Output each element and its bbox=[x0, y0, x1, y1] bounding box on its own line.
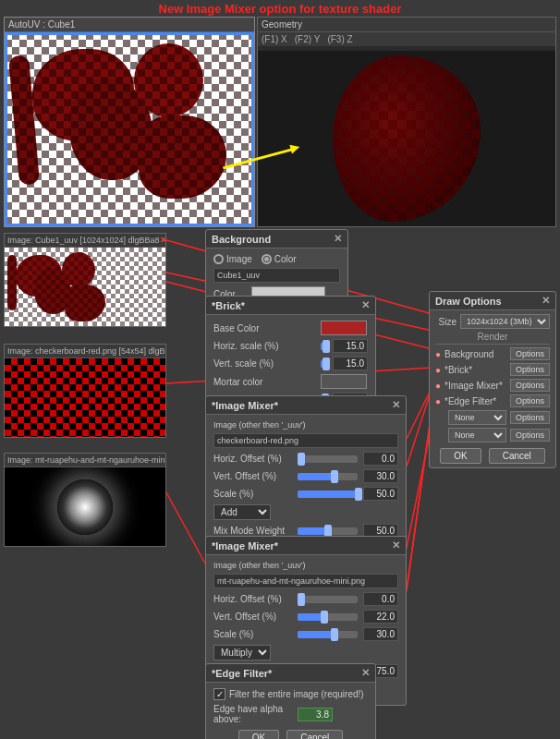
toolbar-f2[interactable]: (F2) Y bbox=[295, 34, 321, 44]
draw-opt-edge-label: *Edge Filter* bbox=[444, 396, 506, 406]
bg-color-radio[interactable] bbox=[262, 254, 272, 264]
im2-vert-label: Vert. Offset (%) bbox=[213, 612, 292, 622]
image-mixer1-close[interactable]: ✕ bbox=[392, 399, 400, 411]
im1-weight-slider[interactable] bbox=[298, 527, 358, 535]
draw-opt-edge-row: ● *Edge Filter* Options bbox=[435, 394, 550, 407]
draw-opt-none2-row: None Options bbox=[435, 428, 550, 442]
base-color-label: Base Color bbox=[213, 323, 315, 333]
base-color-swatch[interactable] bbox=[321, 321, 367, 335]
im2-mix-mode-select[interactable]: Multiply Add bbox=[213, 645, 271, 660]
draw-opt-mixer-label: *Image Mixer* bbox=[444, 381, 506, 391]
im1-vert-value: 30.0 bbox=[363, 469, 398, 483]
draw-opt-none1-options[interactable]: Options bbox=[510, 411, 550, 424]
image-mixer2-close[interactable]: ✕ bbox=[392, 539, 400, 551]
brick-dialog-title: *Brick* ✕ bbox=[206, 297, 375, 315]
draw-options-body: Size 1024x1024 (3Mb) Render ● Background… bbox=[430, 310, 555, 467]
draw-opt-none2-select[interactable]: None bbox=[448, 428, 506, 442]
filter-entire-checkbox[interactable]: Filter the entire image (required!) bbox=[213, 688, 364, 700]
draw-opt-brick-row: ● *Brick* Options bbox=[435, 363, 550, 376]
edge-alpha-label: Edge have alpha above: bbox=[213, 704, 292, 724]
img-panel-star-label: Image: mt-ruapehu-and-mt-ngauruhoe-mini.… bbox=[5, 454, 165, 467]
bg-image-label: Image bbox=[226, 254, 252, 264]
draw-opt-render-label: Render bbox=[435, 332, 550, 345]
draw-opt-bg-label: Background bbox=[444, 349, 506, 359]
edge-filter-dialog: *Edge Filter* ✕ Filter the entire image … bbox=[205, 663, 376, 739]
img-panel-uv: Image: Cube1_uuv [1024x1024] dlgBBa8 ✕ bbox=[4, 233, 166, 327]
draw-opt-none1-row: None Options bbox=[435, 410, 550, 425]
brick-close[interactable]: ✕ bbox=[361, 299, 370, 311]
im1-horiz-label: Horiz. Offset (%) bbox=[213, 454, 292, 464]
draw-opt-mixer-dot: ● bbox=[435, 381, 441, 391]
title-banner: New Image Mixer option for texture shade… bbox=[0, 2, 560, 16]
draw-opt-edge-options[interactable]: Options bbox=[510, 394, 550, 407]
im2-vert-value: 22.0 bbox=[363, 610, 398, 624]
img-thumbnail-star bbox=[5, 467, 165, 546]
im1-image-label: Image (other then '_uuv') bbox=[213, 420, 306, 430]
edge-filter-buttons: OK Cancel bbox=[213, 730, 368, 739]
vert-scale-label: Vert. scale (%) bbox=[213, 358, 315, 369]
autouv-canvas bbox=[5, 32, 254, 226]
horiz-scale-slider[interactable] bbox=[321, 343, 327, 350]
img-panel-checker: Image: checkerboard-red.png [54x54] dlgB… bbox=[4, 344, 166, 438]
draw-opt-size-select[interactable]: 1024x1024 (3Mb) bbox=[460, 314, 550, 329]
starburst-shape bbox=[57, 479, 113, 535]
vert-scale-value: 15.0 bbox=[333, 357, 368, 370]
im2-horiz-label: Horiz. Offset (%) bbox=[213, 594, 292, 604]
img-panel-checker-label: Image: checkerboard-red.png [54x54] dlgB… bbox=[5, 345, 165, 358]
im2-scale-slider[interactable] bbox=[298, 631, 358, 638]
view3d-title: Geometry bbox=[258, 18, 555, 32]
im2-image-label: Image (other then '_uuv') bbox=[213, 561, 306, 570]
img-panel-star: Image: mt-ruapehu-and-mt-ngauruhoe-mini.… bbox=[4, 453, 166, 547]
edge-filter-ok[interactable]: OK bbox=[238, 730, 279, 739]
draw-opt-ok[interactable]: OK bbox=[440, 448, 481, 464]
im1-horiz-slider[interactable] bbox=[298, 455, 358, 463]
background-close[interactable]: ✕ bbox=[334, 233, 342, 245]
im1-scale-value: 50.0 bbox=[363, 487, 398, 501]
im2-vert-slider[interactable] bbox=[298, 613, 358, 621]
draw-options-panel: Draw Options ✕ Size 1024x1024 (3Mb) Rend… bbox=[429, 291, 556, 468]
draw-opt-size-row: Size 1024x1024 (3Mb) bbox=[435, 314, 550, 329]
draw-opt-bg-row: ● Background Options bbox=[435, 347, 550, 360]
draw-opt-none1-select[interactable]: None bbox=[448, 410, 506, 425]
draw-opt-buttons: OK Cancel bbox=[435, 448, 550, 464]
edge-filter-cancel[interactable]: Cancel bbox=[286, 730, 343, 739]
view3d-canvas bbox=[258, 51, 555, 226]
horiz-scale-value: 15.0 bbox=[333, 339, 368, 353]
mortar-color-swatch[interactable] bbox=[321, 374, 367, 389]
mortar-color-label: Mortar color bbox=[213, 377, 315, 387]
view3d-panel: Geometry (F1) X (F2) Y (F3) Z bbox=[257, 17, 556, 227]
draw-opt-cancel[interactable]: Cancel bbox=[489, 448, 545, 464]
img-panel-uv-close[interactable]: ✕ bbox=[160, 236, 165, 245]
bg-image-radio[interactable] bbox=[213, 254, 224, 264]
vert-scale-slider[interactable] bbox=[321, 360, 327, 368]
img-panel-uv-label: Image: Cube1_uuv [1024x1024] dlgBBa8 ✕ bbox=[5, 234, 165, 248]
edge-filter-body: Filter the entire image (required!) Edge… bbox=[206, 683, 375, 739]
edge-alpha-value[interactable]: 3.8 bbox=[298, 708, 333, 721]
autouv-title: AutoUV : Cube1 bbox=[5, 18, 254, 32]
im1-scale-slider[interactable] bbox=[298, 491, 358, 498]
draw-opt-brick-options[interactable]: Options bbox=[510, 363, 550, 376]
draw-opt-mixer-options[interactable]: Options bbox=[510, 379, 550, 392]
toolbar-f1[interactable]: (F1) X bbox=[262, 34, 287, 44]
im1-image-path[interactable]: checkerboard-red.png bbox=[213, 433, 398, 448]
edge-filter-close[interactable]: ✕ bbox=[361, 667, 370, 679]
draw-opt-brick-dot: ● bbox=[435, 365, 441, 375]
im2-image-path[interactable]: mt-ruapehu-and-mt-ngauruhoe-mini.png bbox=[213, 574, 398, 588]
draw-opt-bg-dot: ● bbox=[435, 349, 441, 359]
draw-opt-none2-options[interactable]: Options bbox=[510, 429, 550, 442]
im1-vert-slider[interactable] bbox=[298, 473, 358, 480]
draw-options-close[interactable]: ✕ bbox=[542, 295, 550, 307]
im2-scale-label: Scale (%) bbox=[213, 629, 292, 639]
draw-options-title: Draw Options ✕ bbox=[430, 292, 555, 310]
draw-opt-mixer-row: ● *Image Mixer* Options bbox=[435, 379, 550, 392]
draw-opt-size-label: Size bbox=[435, 317, 457, 327]
draw-opt-bg-options[interactable]: Options bbox=[510, 347, 550, 360]
im1-mix-mode-select[interactable]: Add Multiply bbox=[213, 504, 271, 520]
3d-blob bbox=[333, 55, 481, 222]
toolbar-f3[interactable]: (F3) Z bbox=[327, 34, 352, 44]
filter-entire-check[interactable] bbox=[213, 688, 225, 700]
bg-color-field[interactable]: Cube1_uuv bbox=[213, 268, 340, 283]
img-thumbnail-uv bbox=[5, 248, 165, 326]
im1-scale-label: Scale (%) bbox=[213, 489, 292, 499]
im2-horiz-slider[interactable] bbox=[298, 596, 358, 603]
